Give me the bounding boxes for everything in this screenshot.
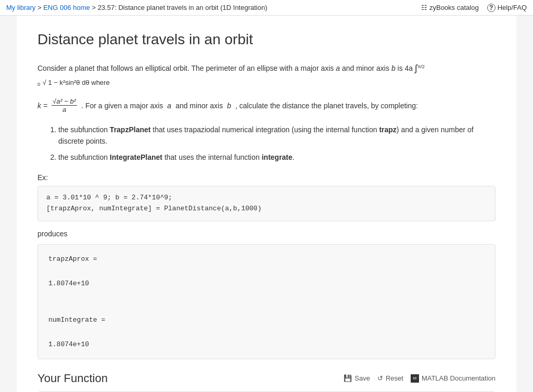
- breadcrumb: My library > ENG 006 home > 23.57: Dista…: [6, 4, 268, 11]
- code-example-line2: [trapzAprox, numIntegrate] = PlanetDista…: [46, 204, 487, 214]
- produces-label: produces: [37, 230, 496, 238]
- toolbar-buttons: 💾 Save ↺ Reset M MATLAB Documentation: [344, 374, 496, 383]
- help-faq-button[interactable]: ? Help/FAQ: [487, 4, 527, 12]
- matlab-icon: M: [411, 374, 419, 383]
- output-line-numint-label: numIntegrate =: [48, 314, 485, 326]
- matlab-docs-button[interactable]: M MATLAB Documentation: [411, 374, 496, 383]
- output-block: trapzAprox = 1.8074e+10 numIntegrate = 1…: [37, 244, 496, 359]
- output-line-blank1: [48, 265, 485, 277]
- save-icon: 💾: [344, 374, 352, 382]
- output-line-trapz-value: 1.8074e+10: [48, 277, 485, 289]
- instruction-2: the subfunction IntegratePlanet that use…: [58, 151, 496, 163]
- breadcrumb-my-library[interactable]: My library: [6, 4, 35, 11]
- save-button[interactable]: 💾 Save: [344, 374, 370, 382]
- code-example-line1: a = 3.01*10 ^ 9; b = 2.74*10^9;: [46, 193, 487, 204]
- main-content: Distance planet travels in an orbit Cons…: [17, 16, 516, 392]
- zybooks-catalog-button[interactable]: ☷ zyBooks catalog: [421, 4, 479, 11]
- code-example: a = 3.01*10 ^ 9; b = 2.74*10^9; [trapzAp…: [37, 186, 496, 221]
- zybooks-icon: ☷: [421, 4, 427, 11]
- reset-icon: ↺: [377, 374, 383, 382]
- your-function-header: Your Function 💾 Save ↺ Reset M MATLAB Do…: [37, 372, 496, 385]
- output-line-blank2: [48, 289, 485, 301]
- reset-button[interactable]: ↺ Reset: [377, 374, 403, 382]
- output-line-blank4: [48, 326, 485, 338]
- breadcrumb-eng-home[interactable]: ENG 006 home: [43, 4, 90, 11]
- your-function-title: Your Function: [37, 372, 108, 385]
- output-line-trapz-label: trapzAprox =: [48, 253, 485, 265]
- problem-description: Consider a planet that follows an ellipt…: [37, 60, 496, 89]
- instructions-list: the subfunction TrapzPlanet that uses tr…: [58, 124, 496, 163]
- page-title: Distance planet travels in an orbit: [37, 31, 496, 48]
- output-line-numint-value: 1.8074e+10: [48, 338, 485, 350]
- nav-right: ☷ zyBooks catalog ? Help/FAQ: [421, 4, 527, 12]
- breadcrumb-current: 23.57: Distance planet travels in an orb…: [98, 4, 268, 11]
- help-icon: ?: [487, 4, 496, 12]
- example-label: Ex:: [37, 173, 496, 182]
- top-nav: My library > ENG 006 home > 23.57: Dista…: [0, 0, 533, 16]
- formula-block: k = √a² − b² a . For a given a major axi…: [37, 97, 496, 113]
- instruction-1: the subfunction TrapzPlanet that uses tr…: [58, 124, 496, 147]
- fraction: √a² − b² a: [52, 97, 77, 113]
- output-line-blank3: [48, 301, 485, 313]
